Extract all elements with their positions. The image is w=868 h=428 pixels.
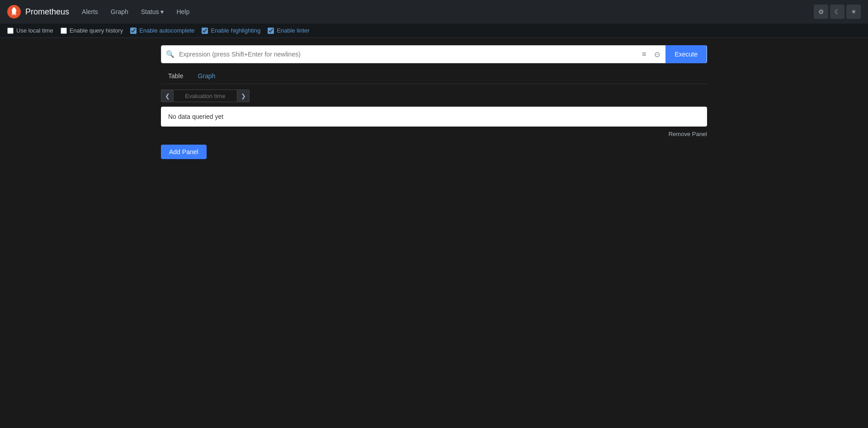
enable-query-history-label[interactable]: Enable query history xyxy=(61,27,123,34)
eval-time-input[interactable] xyxy=(174,89,237,102)
no-data-panel: No data queried yet xyxy=(161,107,707,127)
use-local-time-checkbox[interactable] xyxy=(7,28,14,34)
execute-button[interactable]: Execute xyxy=(665,45,707,63)
eval-time-bar: ❮ ❯ xyxy=(161,89,707,102)
enable-autocomplete-label[interactable]: Enable autocomplete xyxy=(130,27,194,34)
alerts-link[interactable]: Alerts xyxy=(76,5,104,19)
enable-highlighting-label[interactable]: Enable highlighting xyxy=(202,27,260,34)
enable-linter-checkbox[interactable] xyxy=(268,28,274,34)
status-link[interactable]: Status ▾ xyxy=(136,5,170,19)
prometheus-logo-icon xyxy=(7,5,21,19)
navbar-right: ⚙ ☾ ☀ xyxy=(814,5,861,19)
graph-link[interactable]: Graph xyxy=(105,5,134,19)
brand-link[interactable]: Prometheus xyxy=(7,5,69,19)
search-bar: 🔍 ≡ ⊙ Execute xyxy=(161,45,707,63)
nav-links: Alerts Graph Status ▾ Help xyxy=(76,5,195,19)
search-actions: ≡ ⊙ xyxy=(637,48,665,61)
remove-panel-wrap: Remove Panel xyxy=(161,130,707,137)
search-icon: 🔍 xyxy=(161,50,179,58)
help-link[interactable]: Help xyxy=(171,5,195,19)
tab-graph[interactable]: Graph xyxy=(190,69,222,84)
enable-linter-label[interactable]: Enable linter xyxy=(268,27,309,34)
tab-table[interactable]: Table xyxy=(161,69,190,84)
enable-autocomplete-checkbox[interactable] xyxy=(130,28,137,34)
eval-prev-button[interactable]: ❮ xyxy=(161,89,174,102)
query-history-button[interactable]: ≡ xyxy=(638,48,650,60)
add-panel-button[interactable]: Add Panel xyxy=(161,145,207,159)
tabs: Table Graph xyxy=(161,69,707,84)
toolbar: Use local time Enable query history Enab… xyxy=(0,24,868,38)
metrics-explorer-button[interactable]: ⊙ xyxy=(651,48,664,61)
use-local-time-label[interactable]: Use local time xyxy=(7,27,53,34)
dark-mode-button[interactable]: ☾ xyxy=(830,5,844,19)
settings-button[interactable]: ⚙ xyxy=(814,5,828,19)
eval-next-button[interactable]: ❯ xyxy=(237,89,250,102)
navbar: Prometheus Alerts Graph Status ▾ Help ⚙ … xyxy=(0,0,868,24)
enable-query-history-checkbox[interactable] xyxy=(61,28,67,34)
remove-panel-link[interactable]: Remove Panel xyxy=(669,131,707,137)
enable-highlighting-checkbox[interactable] xyxy=(202,28,208,34)
expression-input[interactable] xyxy=(179,46,637,63)
brand-title: Prometheus xyxy=(25,7,69,17)
light-mode-button[interactable]: ☀ xyxy=(846,5,861,19)
main-content: 🔍 ≡ ⊙ Execute Table Graph ❮ ❯ No data qu… xyxy=(154,38,714,166)
